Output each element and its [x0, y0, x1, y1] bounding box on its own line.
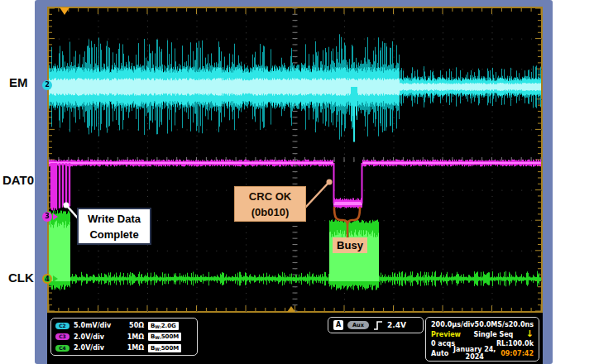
channel-badge-c4[interactable]: C4 [55, 345, 69, 352]
trigger-level: 2.4V [387, 321, 406, 329]
trigger-position-icon[interactable] [60, 7, 69, 15]
crc-line1: CRC OK [235, 189, 305, 204]
time-readout: 09:07:42 [501, 350, 534, 357]
channel-scale-c3: 2.0V/div [74, 333, 121, 341]
crc-line2: (0b010) [235, 204, 305, 220]
trigger-readout-box[interactable]: A Aux 2.4V [328, 317, 424, 333]
horizontal-row-1: 200.0μs/div 50.0MS/s 20.0ns [431, 320, 534, 329]
channel-bandwidth-c2: BW:2.0G [148, 322, 179, 330]
oscilloscope-screenshot: { "labels": { "em": "EM", "dat0": "DAT0"… [0, 0, 594, 364]
channel-label-em: EM [9, 75, 28, 89]
sample-resolution: 20.0ns [509, 321, 534, 328]
channel-impedance-c2: 50Ω [121, 322, 144, 329]
channel-marker-4[interactable]: 4 [42, 274, 52, 284]
write-data-line2: Complete [79, 227, 150, 242]
expansion-point-icon [287, 306, 295, 312]
channel-row-c2[interactable]: C2 5.0mV/div 50Ω BW:2.0G [55, 321, 193, 330]
channel-scale-c4: 2.0V/div [74, 344, 121, 352]
write-data-line1: Write Data [79, 211, 150, 227]
single-seq-stopped-icon: ↓ [526, 330, 534, 338]
horizontal-readout-box[interactable]: 200.0μs/div 50.0MS/s 20.0ns Preview Sing… [425, 317, 539, 362]
acq-mode-preview: Preview [431, 331, 461, 338]
channel-marker-2[interactable]: 2 [42, 80, 52, 90]
readout-bar: C2 5.0mV/div 50Ω BW:2.0G C3 2.0V/div 1MΩ… [47, 313, 543, 364]
rising-edge-icon [373, 320, 383, 331]
channel-label-clk: CLK [8, 271, 34, 285]
channel-marker-3-arrow-icon [53, 213, 58, 220]
trigger-source-badge: Aux [347, 321, 369, 329]
channel-badge-c2[interactable]: C2 [55, 323, 69, 329]
record-length: RL:100.0k [496, 340, 534, 347]
channel-settings-box: C2 5.0mV/div 50Ω BW:2.0G C3 2.0V/div 1MΩ… [50, 318, 198, 356]
busy-callout: Busy [333, 237, 367, 253]
channel-bandwidth-c3: BW:500M [148, 333, 181, 341]
horizontal-row-2: Preview Single Seq ↓ [431, 330, 534, 339]
sample-rate: 50.0MS/s [475, 321, 509, 328]
channel-bandwidth-c4: BW:500M [148, 344, 181, 352]
channel-row-c3[interactable]: C3 2.0V/div 1MΩ BW:500M [55, 333, 193, 342]
single-seq: Single Seq [461, 331, 526, 338]
channel-scale-c2: 5.0mV/div [74, 322, 121, 329]
waveform-display [47, 7, 543, 313]
channel-impedance-c4: 1MΩ [121, 344, 144, 352]
channel-impedance-c3: 1MΩ [121, 333, 144, 341]
timebase: 200.0μs/div [431, 321, 475, 328]
channel-row-c4[interactable]: C4 2.0V/div 1MΩ BW:500M [55, 343, 193, 352]
date-readout: January 24, 2024 [448, 346, 501, 361]
crc-ok-callout: CRC OK (0b010) [234, 186, 306, 222]
channel-marker-3[interactable]: 3 [42, 212, 52, 222]
trigger-a-badge: A [333, 320, 343, 330]
horizontal-row-4: Auto January 24, 2024 09:07:42 [431, 349, 534, 358]
channel-badge-c3[interactable]: C3 [55, 333, 69, 340]
channel-marker-4-arrow-icon [53, 275, 58, 282]
write-data-complete-callout: Write Data Complete [77, 208, 151, 245]
trigger-mode-auto: Auto [431, 350, 448, 357]
channel-label-dat0: DAT0 [2, 173, 34, 187]
